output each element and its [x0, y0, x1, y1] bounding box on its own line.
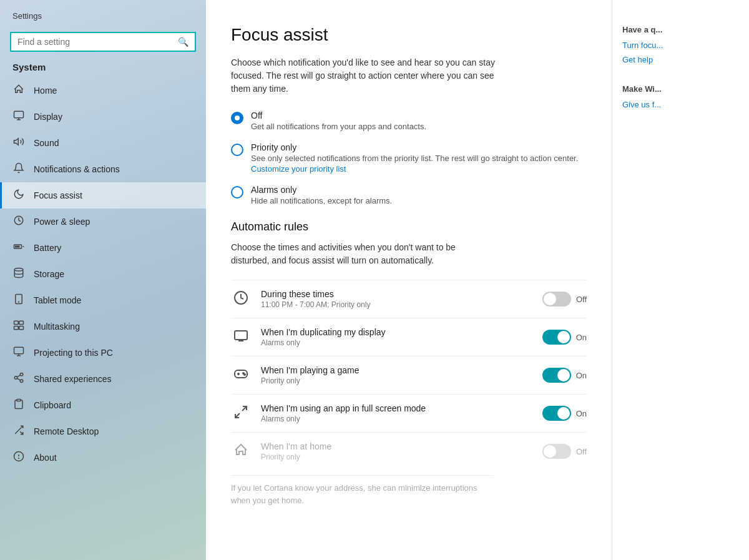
toggle-label-duplicating: On [576, 333, 587, 342]
svg-line-22 [17, 375, 20, 377]
radio-label-off: Off [251, 111, 426, 120]
sidebar-item-storage[interactable]: Storage [0, 261, 206, 287]
sidebar-label-home: Home [34, 86, 57, 96]
toggle-fullscreen[interactable] [542, 406, 571, 421]
radio-desc-alarms: Hide all notifications, except for alarm… [251, 196, 392, 205]
radio-label-alarms: Alarms only [251, 185, 392, 195]
sidebar-item-shared[interactable]: Shared experiences [0, 366, 206, 392]
get-help-link[interactable]: Get help [622, 55, 739, 64]
sidebar-item-notifications[interactable]: Notifications & actions [0, 156, 206, 182]
search-input[interactable] [17, 37, 178, 47]
sidebar-item-clipboard[interactable]: Clipboard [0, 392, 206, 418]
toggle-duplicating[interactable] [542, 330, 571, 345]
duplicating-icon [231, 328, 251, 346]
give-feedback-link[interactable]: Give us f... [622, 100, 739, 109]
during-times-icon [231, 290, 251, 308]
toggle-game[interactable] [542, 368, 571, 383]
multitasking-icon [12, 320, 25, 333]
right-panel: Have a q... Turn focu... Get help Make W… [612, 0, 749, 560]
sidebar-item-power-sleep[interactable]: Power & sleep [0, 209, 206, 235]
about-icon [12, 451, 25, 464]
svg-marker-3 [14, 139, 19, 145]
sidebar-label-display: Display [34, 112, 62, 122]
sidebar-item-battery[interactable]: Battery [0, 235, 206, 261]
svg-rect-0 [14, 111, 24, 118]
rule-name-fullscreen: When I'm using an app in full screen mod… [261, 403, 532, 413]
sidebar: Settings 🔍 System Home Display Sound Not… [0, 0, 206, 560]
radio-circle-priority[interactable] [231, 144, 243, 156]
toggle-during-times[interactable] [542, 292, 571, 307]
sidebar-label-multitasking: Multitasking [34, 322, 80, 332]
toggle-label-during-times: Off [576, 295, 587, 304]
svg-rect-13 [14, 321, 19, 324]
sidebar-item-focus-assist[interactable]: Focus assist [0, 182, 206, 209]
svg-point-10 [14, 268, 23, 272]
rule-name-game: When I'm playing a game [261, 365, 532, 375]
rule-info-fullscreen: When I'm using an app in full screen mod… [261, 403, 532, 423]
sidebar-label-remote: Remote Desktop [34, 426, 99, 436]
sidebar-item-about[interactable]: About [0, 445, 206, 471]
rule-game: When I'm playing a game Priority only On [231, 356, 587, 394]
sidebar-label-shared: Shared experiences [34, 374, 112, 384]
radio-group: Off Get all notifications from your apps… [231, 111, 587, 205]
svg-rect-16 [19, 327, 24, 330]
toggle-container-game: On [542, 368, 587, 383]
radio-text-off: Off Get all notifications from your apps… [251, 111, 426, 131]
radio-desc-off: Get all notifications from your apps and… [251, 122, 426, 131]
sidebar-item-home[interactable]: Home [0, 77, 206, 104]
radio-desc-priority: See only selected notifications from the… [251, 154, 578, 163]
radio-option-alarms[interactable]: Alarms only Hide all notifications, exce… [231, 185, 587, 205]
rule-during-times: During these times 11:00 PM - 7:00 AM; P… [231, 280, 587, 318]
rule-name-home: When I'm at home [261, 441, 532, 451]
rule-name-during-times: During these times [261, 289, 532, 299]
radio-circle-off[interactable] [231, 112, 243, 124]
radio-option-off[interactable]: Off Get all notifications from your apps… [231, 111, 587, 131]
storage-icon [12, 267, 25, 281]
shared-icon [12, 372, 25, 386]
radio-circle-alarms[interactable] [231, 186, 243, 199]
sidebar-label-projecting: Projecting to this PC [34, 348, 113, 358]
priority-link[interactable]: Customize your priority list [251, 164, 578, 174]
search-bar[interactable]: 🔍 [10, 32, 196, 52]
fullscreen-icon [231, 405, 251, 423]
sidebar-label-sound: Sound [34, 138, 59, 148]
sidebar-item-tablet-mode[interactable]: Tablet mode [0, 287, 206, 313]
rule-sub-during-times: 11:00 PM - 7:00 AM; Priority only [261, 300, 532, 309]
radio-option-priority[interactable]: Priority only See only selected notifica… [231, 142, 587, 174]
svg-rect-30 [235, 331, 247, 340]
sidebar-label-focus-assist: Focus assist [34, 190, 82, 200]
svg-rect-15 [14, 327, 19, 330]
sidebar-item-projecting[interactable]: Projecting to this PC [0, 340, 206, 366]
sidebar-label-clipboard: Clipboard [34, 400, 71, 410]
toggle-label-fullscreen: On [576, 409, 587, 418]
sidebar-item-remote[interactable]: Remote Desktop [0, 418, 206, 445]
svg-point-18 [20, 373, 23, 376]
tablet-mode-icon [12, 293, 25, 307]
svg-line-6 [19, 220, 21, 222]
sidebar-label-notifications: Notifications & actions [34, 164, 120, 174]
sound-icon [12, 136, 25, 150]
battery-icon [12, 241, 25, 255]
projecting-icon [12, 346, 25, 360]
rules-list: During these times 11:00 PM - 7:00 AM; P… [231, 280, 587, 470]
svg-point-20 [20, 380, 23, 383]
app-title: Settings [0, 0, 206, 27]
radio-text-priority: Priority only See only selected notifica… [251, 142, 578, 174]
toggle-label-home: Off [576, 447, 587, 456]
sidebar-label-tablet-mode: Tablet mode [34, 295, 81, 305]
svg-point-37 [244, 374, 245, 375]
nav-list: Home Display Sound Notifications & actio… [0, 77, 206, 471]
sidebar-item-multitasking[interactable]: Multitasking [0, 313, 206, 340]
right-have-question: Have a q... [622, 25, 739, 34]
home-note: If you let Cortana know your address, sh… [231, 475, 493, 506]
focus-assist-icon [12, 189, 25, 202]
sidebar-label-power-sleep: Power & sleep [34, 217, 90, 227]
radio-text-alarms: Alarms only Hide all notifications, exce… [251, 185, 392, 205]
notifications-icon [12, 162, 25, 176]
rule-info-duplicating: When I'm duplicating my display Alarms o… [261, 327, 532, 347]
sidebar-item-display[interactable]: Display [0, 104, 206, 130]
sidebar-item-sound[interactable]: Sound [0, 130, 206, 156]
turn-focus-link[interactable]: Turn focu... [622, 41, 739, 50]
svg-rect-17 [14, 347, 24, 354]
radio-label-priority: Priority only [251, 142, 578, 152]
